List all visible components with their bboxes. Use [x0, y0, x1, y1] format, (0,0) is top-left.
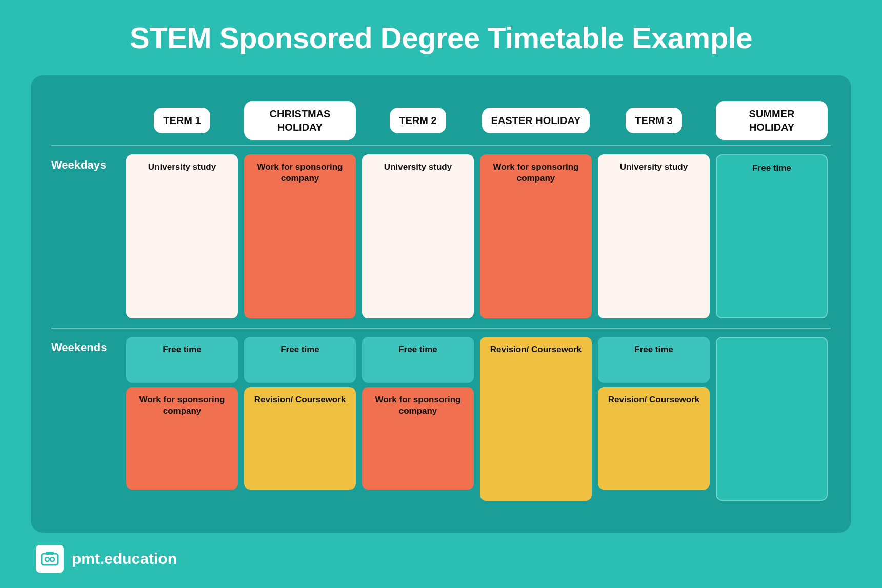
term1-weekends-cell: Free time Work for sponsoring company — [123, 333, 241, 505]
term3-weekends-top-block: Free time — [598, 337, 710, 383]
easter-weekends-top-block: Revision/ Coursework — [480, 337, 592, 501]
term1-weekdays-block: University study — [126, 154, 238, 318]
weekends-label: Weekends — [51, 341, 107, 354]
header-term2: TERM 2 — [359, 96, 477, 145]
weekdays-label-cell: Weekdays — [51, 150, 123, 322]
term1-weekends-bottom-block: Work for sponsoring company — [126, 387, 238, 490]
branding: pmt.education — [31, 545, 177, 573]
header-christmas: CHRISTMAS HOLIDAY — [241, 96, 359, 145]
timetable: TERM 1 CHRISTMAS HOLIDAY TERM 2 EASTER H… — [51, 96, 831, 510]
christmas-weekdays-block: Work for sponsoring company — [244, 154, 356, 318]
term3-weekends-cell: Free time Revision/ Coursework — [595, 333, 713, 505]
weekdays-label: Weekdays — [51, 158, 106, 172]
christmas-weekdays-cell: Work for sponsoring company — [241, 150, 359, 322]
christmas-weekends-top-block: Free time — [244, 337, 356, 383]
term2-badge: TERM 2 — [390, 108, 446, 133]
term2-weekends-cell: Free time Work for sponsoring company — [359, 333, 477, 505]
header-summer: SUMMER HOLIDAY — [713, 96, 831, 145]
page-title: STEM Sponsored Degree Timetable Example — [130, 21, 752, 55]
brand-text: pmt.education — [72, 550, 177, 567]
brand-icon — [36, 545, 64, 573]
header-term3: TERM 3 — [595, 96, 713, 145]
header-term1: TERM 1 — [123, 96, 241, 145]
summer-weekends-cell — [713, 333, 831, 505]
summer-weekends-block — [716, 337, 828, 501]
christmas-weekends-bottom-block: Revision/ Coursework — [244, 387, 356, 490]
easter-weekdays-cell: Work for sponsoring company — [477, 150, 595, 322]
term2-weekends-top-block: Free time — [362, 337, 474, 383]
term1-weekdays-cell: University study — [123, 150, 241, 322]
weekends-section: Weekends Free time Work for sponsoring c… — [51, 328, 831, 510]
main-card: TERM 1 CHRISTMAS HOLIDAY TERM 2 EASTER H… — [31, 75, 851, 533]
header-easter: EASTER HOLIDAY — [477, 96, 595, 145]
header-empty — [51, 96, 123, 145]
easter-badge: EASTER HOLIDAY — [482, 108, 590, 133]
weekends-label-cell: Weekends — [51, 333, 123, 505]
easter-weekends-cell: Revision/ Coursework — [477, 333, 595, 505]
term3-weekdays-cell: University study — [595, 150, 713, 322]
weekdays-section: Weekdays University study Work for spons… — [51, 145, 831, 328]
christmas-weekends-cell: Free time Revision/ Coursework — [241, 333, 359, 505]
easter-weekdays-block: Work for sponsoring company — [480, 154, 592, 318]
summer-badge: SUMMER HOLIDAY — [716, 101, 828, 140]
term2-weekdays-cell: University study — [359, 150, 477, 322]
term2-weekends-bottom-block: Work for sponsoring company — [362, 387, 474, 490]
term3-badge: TERM 3 — [626, 108, 681, 133]
term1-weekends-top-block: Free time — [126, 337, 238, 383]
term2-weekdays-block: University study — [362, 154, 474, 318]
term3-weekdays-block: University study — [598, 154, 710, 318]
svg-rect-4 — [46, 552, 54, 555]
term1-badge: TERM 1 — [154, 108, 210, 133]
summer-weekdays-block: Free time — [716, 154, 828, 318]
term3-weekends-bottom-block: Revision/ Coursework — [598, 387, 710, 490]
christmas-badge: CHRISTMAS HOLIDAY — [244, 101, 356, 140]
header-row: TERM 1 CHRISTMAS HOLIDAY TERM 2 EASTER H… — [51, 96, 831, 145]
summer-weekdays-cell: Free time — [713, 150, 831, 322]
